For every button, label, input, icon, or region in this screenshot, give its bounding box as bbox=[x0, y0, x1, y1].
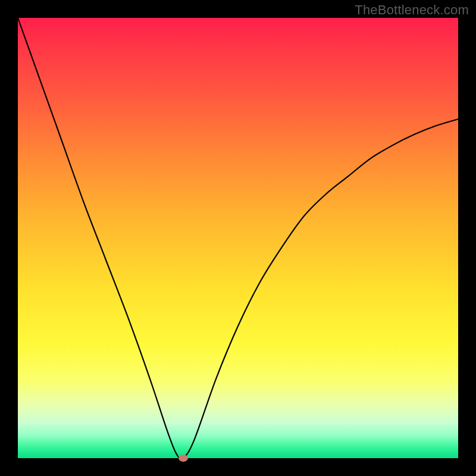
plot-area bbox=[18, 18, 458, 458]
watermark-text: TheBottleneck.com bbox=[355, 2, 469, 18]
bottleneck-curve bbox=[18, 18, 458, 458]
chart-container: TheBottleneck.com bbox=[0, 0, 476, 476]
optimal-point-marker bbox=[178, 455, 188, 462]
